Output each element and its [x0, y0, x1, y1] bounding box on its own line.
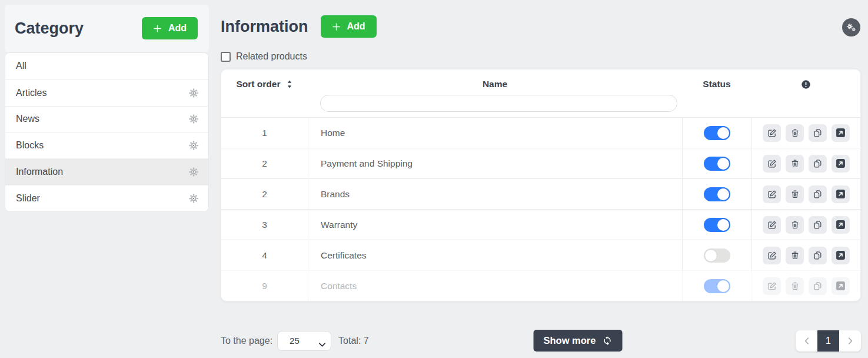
- open-arrow-icon: [836, 189, 846, 199]
- copy-button[interactable]: [809, 124, 827, 142]
- sidebar-title: Category: [15, 19, 84, 38]
- add-button-label: Add: [347, 21, 365, 32]
- status-toggle[interactable]: [704, 126, 730, 140]
- page-title: Information: [221, 18, 308, 36]
- sidebar-item-slider[interactable]: Slider: [5, 185, 208, 211]
- footer-bar: To the page: 25 Total: 7 Show more: [221, 330, 861, 352]
- delete-button[interactable]: [786, 185, 804, 203]
- sidebar-item-news[interactable]: News: [5, 106, 208, 132]
- status-toggle[interactable]: [704, 187, 730, 201]
- sidebar-item-label: News: [16, 114, 39, 124]
- open-button[interactable]: [832, 277, 850, 295]
- name-cell: Payment and Shipping: [308, 148, 682, 178]
- delete-button[interactable]: [786, 277, 804, 295]
- edit-icon: [767, 251, 777, 260]
- gear-icon[interactable]: [188, 88, 199, 98]
- total-count: Total: 7: [338, 336, 369, 346]
- per-page-label: To the page:: [221, 336, 272, 346]
- sidebar-item-label: All: [16, 61, 26, 71]
- sort-order-cell: 2: [221, 179, 308, 209]
- related-products-checkbox[interactable]: [221, 52, 231, 62]
- delete-button[interactable]: [786, 124, 804, 142]
- status-toggle[interactable]: [704, 248, 730, 263]
- pagination-prev-button[interactable]: [796, 330, 817, 352]
- copy-button[interactable]: [809, 277, 827, 295]
- open-button[interactable]: [832, 185, 850, 203]
- open-button[interactable]: [832, 216, 850, 234]
- delete-button[interactable]: [786, 216, 804, 234]
- info-icon: [801, 79, 811, 90]
- add-button-label: Add: [168, 23, 187, 34]
- trash-icon: [790, 220, 800, 230]
- toggle-knob: [717, 219, 729, 231]
- trash-icon: [790, 128, 800, 138]
- pagination-next-button[interactable]: [839, 330, 861, 352]
- copy-icon: [813, 128, 823, 138]
- main-panel: Information Add Related products Sort or…: [221, 0, 861, 301]
- gear-icon[interactable]: [188, 114, 199, 124]
- open-button[interactable]: [832, 155, 850, 173]
- sidebar-header: Category Add: [5, 5, 209, 52]
- status-header-label: Status: [703, 79, 730, 90]
- sidebar-item-all[interactable]: All: [5, 53, 208, 79]
- name-cell: Home: [308, 118, 682, 148]
- table-body: 1 Home: [221, 117, 860, 301]
- related-products-row: Related products: [221, 51, 861, 62]
- plus-icon: [153, 24, 162, 33]
- sidebar-item-label: Articles: [16, 88, 46, 98]
- copy-button[interactable]: [809, 155, 827, 173]
- open-arrow-icon: [836, 220, 846, 230]
- sort-order-cell: 3: [221, 210, 308, 240]
- copy-icon: [813, 251, 823, 260]
- table-row: 2 Brands: [221, 178, 860, 209]
- gear-icon[interactable]: [188, 167, 199, 177]
- copy-button[interactable]: [809, 216, 827, 234]
- edit-icon: [767, 190, 777, 199]
- edit-button[interactable]: [763, 277, 781, 295]
- status-toggle[interactable]: [704, 157, 730, 171]
- sidebar-item-label: Slider: [16, 193, 40, 204]
- category-sidebar: Category Add All: [5, 5, 209, 212]
- trash-icon: [790, 159, 800, 168]
- sidebar-item-articles[interactable]: Articles: [5, 79, 208, 106]
- sidebar-item-label: Information: [16, 167, 63, 177]
- edit-button[interactable]: [763, 124, 781, 142]
- delete-button[interactable]: [786, 155, 804, 173]
- column-header-actions: [751, 77, 860, 91]
- copy-button[interactable]: [809, 247, 827, 264]
- edit-button[interactable]: [763, 185, 781, 203]
- sidebar-item-blocks[interactable]: Blocks: [5, 132, 208, 158]
- admin-screen: Category Add All: [0, 0, 868, 358]
- category-add-button[interactable]: Add: [142, 17, 198, 39]
- sort-arrows-icon: [287, 80, 292, 88]
- open-button[interactable]: [832, 124, 850, 142]
- status-toggle[interactable]: [704, 218, 730, 232]
- column-header-sort-order[interactable]: Sort order: [221, 77, 308, 91]
- table-row: 3 Warranty: [221, 209, 860, 240]
- toggle-knob: [717, 158, 729, 170]
- status-toggle[interactable]: [704, 279, 730, 293]
- sidebar-item-information[interactable]: Information: [5, 158, 208, 185]
- gear-icon[interactable]: [188, 140, 199, 151]
- name-filter-input[interactable]: [320, 95, 677, 112]
- main-header: Information Add: [221, 15, 861, 38]
- per-page-select[interactable]: 25: [277, 331, 331, 351]
- toggle-knob: [717, 127, 729, 139]
- show-more-label: Show more: [544, 335, 596, 346]
- gear-icon[interactable]: [188, 193, 199, 204]
- show-more-button[interactable]: Show more: [534, 330, 623, 352]
- open-button[interactable]: [832, 247, 850, 264]
- column-header-status: Status: [682, 77, 751, 91]
- information-add-button[interactable]: Add: [321, 15, 377, 38]
- refresh-icon: [602, 336, 612, 346]
- sort-order-cell: 1: [221, 118, 308, 148]
- pagination-page-1[interactable]: 1: [817, 330, 839, 352]
- edit-button[interactable]: [763, 216, 781, 234]
- name-cell: Certificates: [308, 240, 682, 270]
- delete-button[interactable]: [786, 247, 804, 264]
- information-table: Sort order Name Status: [221, 69, 861, 301]
- edit-button[interactable]: [763, 247, 781, 264]
- toggle-knob: [717, 188, 729, 200]
- copy-button[interactable]: [809, 185, 827, 203]
- edit-button[interactable]: [763, 155, 781, 173]
